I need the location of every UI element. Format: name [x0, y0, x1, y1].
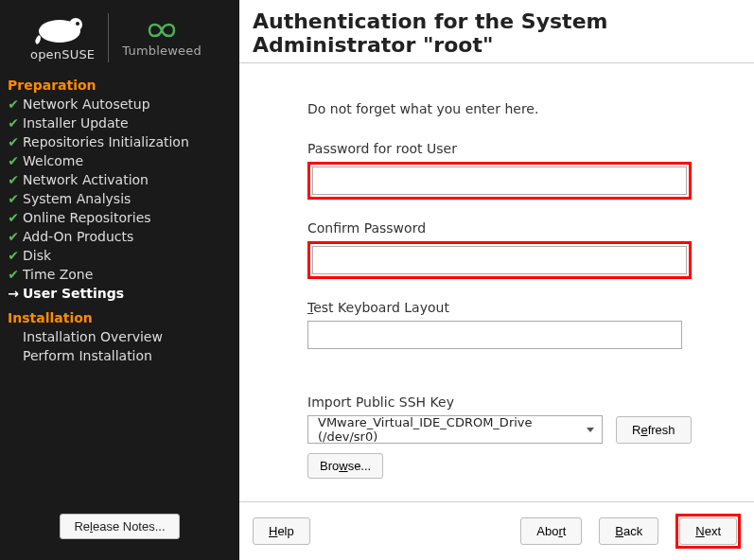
chevron-down-icon	[587, 428, 594, 432]
nav-item-time-zone: ✔Time Zone	[8, 265, 232, 284]
check-icon: ✔	[8, 228, 19, 245]
check-icon: ✔	[8, 114, 19, 131]
nav-item-perform-installation: Perform Installation	[8, 346, 232, 365]
content-area: Do not forget what you enter here. Passw…	[239, 63, 754, 501]
footer-right-group: Abort Back Next	[520, 514, 741, 549]
arrow-right-icon: →	[8, 285, 19, 302]
import-ssh-block: Import Public SSH Key VMware_Virtual_IDE…	[307, 394, 754, 479]
ssh-row: VMware_Virtual_IDE_CDROM_Drive (/dev/sr0…	[307, 415, 754, 444]
section-installation: Installation	[8, 310, 232, 325]
next-button[interactable]: Next	[679, 517, 737, 545]
confirm-highlight	[307, 241, 692, 279]
nav-item-system-analysis: ✔System Analysis	[8, 189, 232, 208]
svg-point-1	[69, 18, 82, 31]
check-icon: ✔	[8, 209, 19, 226]
section-preparation: Preparation	[8, 78, 232, 93]
password-block: Password for root User	[307, 141, 754, 200]
tumbleweed-text: Tumbleweed	[122, 44, 202, 58]
check-icon: ✔	[8, 171, 19, 188]
check-icon: ✔	[8, 133, 19, 150]
back-button[interactable]: Back	[599, 517, 658, 545]
logo-divider	[108, 13, 109, 62]
nav-item-installation-overview: Installation Overview	[8, 327, 232, 346]
check-icon: ✔	[8, 247, 19, 264]
import-ssh-label: Import Public SSH Key	[307, 394, 754, 410]
ssh-device-select[interactable]: VMware_Virtual_IDE_CDROM_Drive (/dev/sr0…	[307, 415, 603, 444]
nav-item-online-repositories: ✔Online Repositories	[8, 208, 232, 227]
svg-point-2	[76, 22, 79, 26]
browse-button[interactable]: Browse...	[307, 453, 383, 479]
test-keyboard-block: Test Keyboard Layout	[307, 300, 754, 349]
release-notes-button[interactable]: Release Notes...	[60, 514, 179, 539]
check-icon: ✔	[8, 96, 19, 113]
branding-row: openSUSE Tumbleweed	[8, 8, 232, 74]
help-button[interactable]: Help	[253, 517, 310, 545]
nav-item-repositories-init: ✔Repositories Initialization	[8, 132, 232, 151]
title-bar: Authentication for the System Administra…	[239, 0, 754, 63]
test-keyboard-input[interactable]	[307, 321, 682, 349]
ssh-device-selected: VMware_Virtual_IDE_CDROM_Drive (/dev/sr0…	[318, 415, 587, 444]
footer-bar: Help Abort Back Next	[239, 501, 754, 560]
confirm-block: Confirm Password	[307, 220, 754, 279]
main-panel: Authentication for the System Administra…	[239, 0, 754, 560]
nav-installation: Installation Overview Perform Installati…	[8, 327, 232, 365]
test-keyboard-label: Test Keyboard Layout	[307, 300, 754, 315]
confirm-password-input[interactable]	[312, 246, 687, 274]
nav-item-disk: ✔Disk	[8, 246, 232, 265]
password-highlight	[307, 162, 692, 200]
nav-item-network-activation: ✔Network Activation	[8, 170, 232, 189]
sidebar: openSUSE Tumbleweed Preparation ✔Network…	[0, 0, 239, 560]
nav-item-welcome: ✔Welcome	[8, 151, 232, 170]
page-title: Authentication for the System Administra…	[253, 9, 741, 57]
nav-item-network-autosetup: ✔Network Autosetup	[8, 95, 232, 114]
nav-preparation: ✔Network Autosetup ✔Installer Update ✔Re…	[8, 95, 232, 303]
password-input[interactable]	[312, 166, 687, 195]
browse-row: Browse...	[307, 453, 754, 479]
check-icon: ✔	[8, 266, 19, 283]
chameleon-icon	[31, 14, 94, 46]
tumbleweed-logo: Tumbleweed	[122, 18, 202, 58]
opensuse-logo: openSUSE	[30, 14, 95, 61]
check-icon: ✔	[8, 152, 19, 169]
abort-button[interactable]: Abort	[520, 517, 582, 545]
password-label: Password for root User	[307, 141, 754, 156]
next-highlight: Next	[675, 514, 741, 549]
refresh-button[interactable]: Refresh	[616, 416, 692, 444]
nav-item-installer-update: ✔Installer Update	[8, 114, 232, 132]
opensuse-text: openSUSE	[30, 47, 95, 61]
confirm-label: Confirm Password	[307, 220, 754, 236]
check-icon: ✔	[8, 190, 19, 207]
hint-text: Do not forget what you enter here.	[307, 101, 754, 116]
nav-item-addon-products: ✔Add-On Products	[8, 227, 232, 246]
infinity-icon	[138, 18, 185, 43]
nav-item-user-settings: →User Settings	[8, 284, 232, 303]
